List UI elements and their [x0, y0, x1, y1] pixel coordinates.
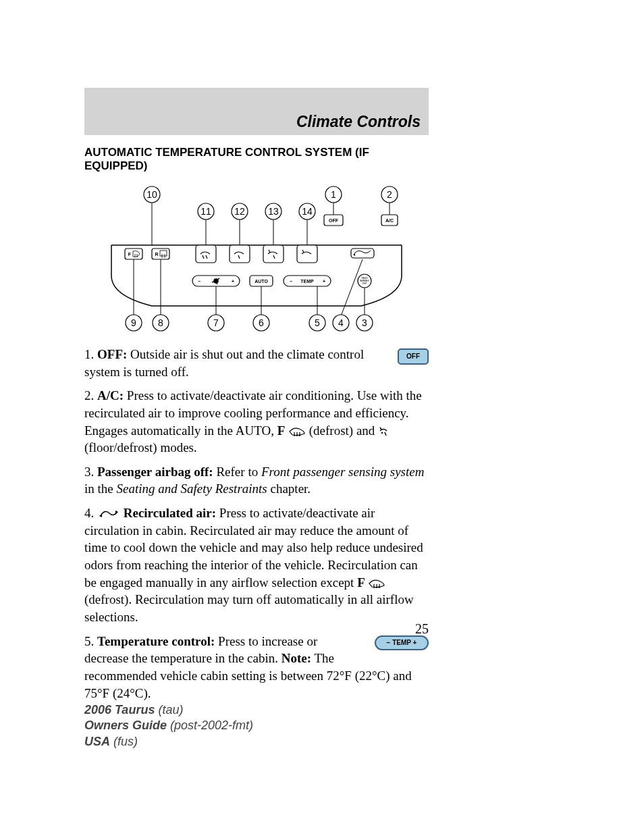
- item-2-text-b: (defrost) and: [309, 423, 378, 438]
- svg-text:3: 3: [362, 317, 367, 328]
- footer-l2a: Owners Guide: [84, 719, 167, 732]
- item-2-text-c: (floor/defrost) modes.: [84, 440, 197, 454]
- page-number: 25: [415, 621, 429, 637]
- footer-l3b: (fus): [110, 735, 138, 748]
- svg-text:F: F: [128, 252, 132, 257]
- item-2: 2. A/C: Press to activate/deactivate air…: [84, 387, 429, 457]
- item-3-em2: Seating and Safety Restraints: [117, 481, 267, 496]
- footer-l3a: USA: [84, 735, 110, 748]
- item-1-num: 1.: [84, 347, 94, 361]
- item-3-text-a: Refer to: [213, 465, 261, 479]
- section-title: AUTOMATIC TEMPERATURE CONTROL SYSTEM (IF…: [84, 146, 429, 173]
- item-2-num: 2.: [84, 388, 94, 402]
- svg-text:5: 5: [315, 317, 320, 328]
- svg-text:AUTO: AUTO: [254, 279, 268, 284]
- svg-rect-11: [297, 245, 317, 263]
- svg-text:TEMP: TEMP: [300, 279, 314, 284]
- svg-text:13: 13: [268, 206, 279, 217]
- item-1-text: Outside air is shut out and the climate …: [84, 347, 364, 379]
- svg-text:12: 12: [234, 206, 245, 217]
- footer-l1b: (tau): [155, 703, 183, 716]
- control-diagram: F R OFF A/C: [84, 181, 429, 336]
- svg-text:−: −: [290, 279, 292, 284]
- svg-rect-8: [196, 245, 216, 263]
- svg-text:6: 6: [259, 317, 264, 328]
- defrost-icon-2: [368, 579, 385, 588]
- item-5-note-label: Note:: [281, 651, 311, 665]
- page-content: Climate Controls AUTOMATIC TEMPERATURE C…: [84, 88, 429, 702]
- svg-text:7: 7: [213, 317, 219, 328]
- item-4-label: Recirculated air:: [124, 506, 216, 520]
- floor-defrost-icon: [378, 427, 390, 436]
- item-4-num: 4.: [84, 506, 94, 520]
- svg-text:10: 10: [146, 189, 157, 200]
- svg-text:+: +: [232, 279, 234, 284]
- item-3-num: 3.: [84, 465, 94, 479]
- footer-l1a: 2006 Taurus: [84, 703, 155, 716]
- item-4-text-b: (defrost). Recirculation may turn off au…: [84, 592, 414, 624]
- svg-text:4: 4: [338, 317, 344, 328]
- item-1-label: OFF:: [97, 347, 127, 361]
- svg-rect-9: [230, 245, 250, 263]
- svg-text:OFF: OFF: [329, 218, 339, 223]
- off-button-figure: OFF: [398, 348, 429, 365]
- item-3-text-b: in the: [84, 481, 117, 496]
- defrost-icon: [288, 427, 306, 436]
- item-4-f: F: [357, 575, 365, 590]
- svg-text:A/C: A/C: [385, 218, 394, 223]
- footer: 2006 Taurus (tau) Owners Guide (post-200…: [84, 702, 253, 750]
- item-2-f: F: [277, 423, 286, 438]
- svg-text:11: 11: [200, 206, 211, 217]
- svg-rect-10: [263, 245, 284, 263]
- svg-text:1: 1: [331, 189, 336, 200]
- svg-text:+: +: [323, 279, 325, 284]
- item-2-label: A/C:: [97, 388, 124, 402]
- item-5-num: 5.: [84, 634, 94, 648]
- header-bar: Climate Controls: [84, 88, 429, 135]
- item-3: 3. Passenger airbag off: Refer to Front …: [84, 463, 429, 498]
- recirculate-icon: [97, 510, 120, 519]
- item-3-text-c: chapter.: [267, 481, 311, 496]
- svg-point-72: [381, 432, 383, 434]
- svg-text:9: 9: [131, 317, 136, 328]
- svg-text:14: 14: [302, 206, 313, 217]
- svg-line-42: [341, 259, 363, 316]
- svg-text:2: 2: [387, 189, 392, 200]
- item-5: − TEMP + 5. Temperature control: Press t…: [84, 633, 429, 702]
- page-title: Climate Controls: [296, 113, 421, 131]
- svg-text:OFF: OFF: [363, 282, 367, 285]
- temp-control-figure: − TEMP +: [375, 635, 429, 650]
- item-1: OFF 1. OFF: Outside air is shut out and …: [84, 346, 429, 380]
- svg-text:−: −: [198, 279, 200, 284]
- svg-text:R: R: [155, 252, 158, 257]
- item-4: 4. Recirculated air: Press to activate/d…: [84, 504, 429, 625]
- svg-text:8: 8: [158, 317, 163, 328]
- item-3-label: Passenger airbag off:: [97, 465, 213, 479]
- footer-l2b: (post-2002-fmt): [167, 719, 253, 732]
- item-5-label: Temperature control:: [97, 634, 215, 648]
- item-3-em: Front passenger sensing system: [261, 465, 425, 479]
